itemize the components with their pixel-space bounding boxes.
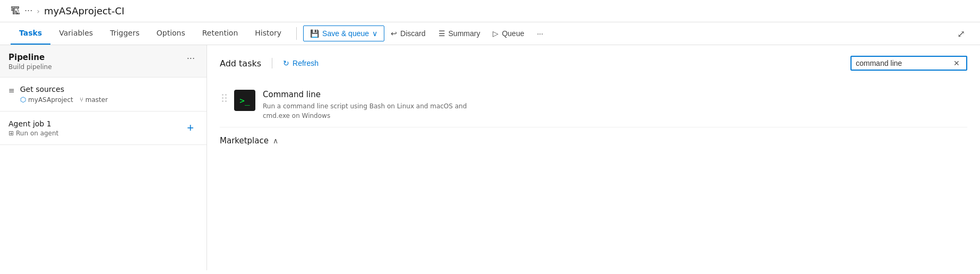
summary-icon: ☰ xyxy=(439,29,445,38)
expand-button[interactable]: ⤢ xyxy=(953,26,969,41)
tab-variables[interactable]: Variables xyxy=(50,22,101,45)
command-line-icon: >_ xyxy=(239,96,250,106)
pipeline-subtitle: Build pipeline xyxy=(8,63,52,71)
agent-subtitle-text: Run on agent xyxy=(16,130,58,137)
discard-label: Discard xyxy=(400,29,425,38)
task-description: Run a command line script using Bash on … xyxy=(263,101,475,121)
task-icon-box: >_ xyxy=(234,90,255,111)
tab-triggers[interactable]: Triggers xyxy=(101,22,148,45)
marketplace-section: Marketplace ∧ xyxy=(220,136,967,145)
repo-meta: ⬡ myASAproject xyxy=(20,96,73,104)
castle-icon: 🏗 xyxy=(11,5,20,16)
topbar-more-button[interactable]: ··· xyxy=(24,6,32,16)
add-tasks-header: Add tasks ↻ Refresh ✕ xyxy=(220,56,967,71)
nav-more-dots: ··· xyxy=(537,29,543,38)
search-input[interactable] xyxy=(856,59,951,67)
search-box: ✕ xyxy=(850,56,967,71)
discard-button[interactable]: ↩ Discard xyxy=(384,26,432,41)
get-sources-item[interactable]: ≡ Get sources ⬡ myASAproject ⑂ master xyxy=(0,78,207,112)
drag-handle[interactable] xyxy=(222,90,227,102)
pipeline-title: Pipeline xyxy=(8,53,52,62)
queue-icon: ▷ xyxy=(493,29,498,38)
nav-more-button[interactable]: ··· xyxy=(530,26,549,41)
save-and-queue-button[interactable]: 💾 Save & queue ∨ xyxy=(303,25,384,41)
agent-job-subtitle: ⊞ Run on agent xyxy=(8,130,58,137)
main-layout: Pipeline Build pipeline ··· ≡ Get source… xyxy=(0,45,980,270)
add-task-button[interactable]: + xyxy=(183,119,198,137)
add-tasks-title: Add tasks xyxy=(220,58,261,68)
pipeline-menu-button[interactable]: ··· xyxy=(184,53,198,65)
task-result-item: >_ Command line Run a command line scrip… xyxy=(220,83,967,127)
header-divider xyxy=(272,58,272,68)
tab-options[interactable]: Options xyxy=(148,22,194,45)
pipeline-header: Pipeline Build pipeline ··· xyxy=(0,45,207,78)
chevron-down-icon: ∨ xyxy=(372,29,377,38)
branch-icon: ⑂ xyxy=(80,96,83,104)
branch-name: master xyxy=(85,96,108,104)
refresh-button[interactable]: ↻ Refresh xyxy=(283,59,319,67)
get-sources-title: Get sources xyxy=(20,85,108,93)
list-icon: ≡ xyxy=(8,86,15,95)
refresh-icon: ↻ xyxy=(283,59,289,67)
nav-bar: Tasks Variables Triggers Options Retenti… xyxy=(0,22,980,45)
marketplace-title: Marketplace xyxy=(220,136,269,145)
save-icon: 💾 xyxy=(310,29,319,38)
page-title: myASAproject-CI xyxy=(44,5,124,16)
left-panel: Pipeline Build pipeline ··· ≡ Get source… xyxy=(0,45,207,270)
save-queue-label: Save & queue xyxy=(322,29,369,38)
tab-tasks[interactable]: Tasks xyxy=(11,22,50,45)
branch-meta: ⑂ master xyxy=(80,96,108,104)
tab-history[interactable]: History xyxy=(246,22,290,45)
task-info: Command line Run a command line script u… xyxy=(263,90,965,121)
queue-label: Queue xyxy=(502,29,524,38)
search-clear-button[interactable]: ✕ xyxy=(951,59,962,67)
summary-label: Summary xyxy=(449,29,480,38)
discard-icon: ↩ xyxy=(391,29,397,38)
nav-divider xyxy=(296,27,297,40)
summary-button[interactable]: ☰ Summary xyxy=(432,26,487,41)
agent-icon: ⊞ xyxy=(8,130,14,137)
breadcrumb-chevron: › xyxy=(37,7,40,15)
agent-job-title: Agent job 1 xyxy=(8,119,58,128)
queue-button[interactable]: ▷ Queue xyxy=(486,26,530,41)
repo-name: myASAproject xyxy=(28,96,73,104)
tab-retention[interactable]: Retention xyxy=(194,22,247,45)
right-panel: Add tasks ↻ Refresh ✕ xyxy=(207,45,980,270)
repo-icon: ⬡ xyxy=(20,96,26,104)
task-name: Command line xyxy=(263,90,965,99)
refresh-label: Refresh xyxy=(293,59,319,67)
marketplace-chevron-icon[interactable]: ∧ xyxy=(273,136,278,145)
topbar: 🏗 ··· › myASAproject-CI xyxy=(0,0,980,22)
agent-job-item[interactable]: Agent job 1 ⊞ Run on agent + xyxy=(0,112,207,145)
